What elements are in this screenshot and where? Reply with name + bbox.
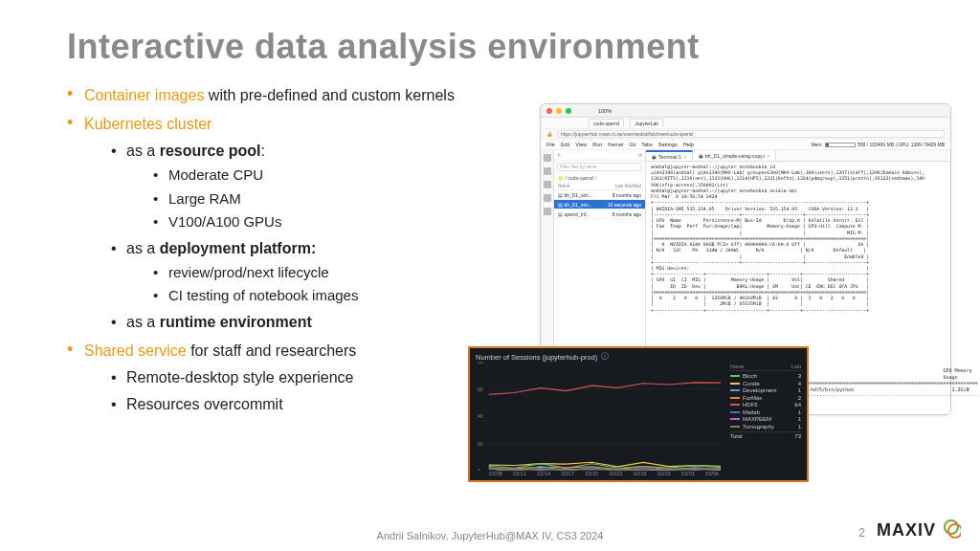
svg-text:60: 60 bbox=[478, 386, 483, 391]
editor-tab: ▣bh_D1_simple-using-cupy.i× bbox=[693, 150, 776, 161]
b2s2b: CI testing of notebook images bbox=[153, 285, 507, 307]
file-filter: Filter files by name bbox=[557, 163, 642, 171]
menu-run: Run bbox=[592, 142, 602, 147]
maximize-icon bbox=[566, 108, 571, 114]
extensions-icon bbox=[544, 208, 551, 215]
zoom-label: 100% bbox=[598, 108, 612, 114]
svg-point-12 bbox=[948, 524, 961, 538]
bullet-list-column: Container images with pre-defined and cu… bbox=[67, 84, 507, 422]
slide-title: Interactive data analysis environment bbox=[67, 27, 923, 67]
legend-row: MAXPEEM1 bbox=[730, 416, 801, 422]
file-row: ▤ bh_D1_sim...10 seconds ago bbox=[554, 200, 645, 209]
close-icon bbox=[546, 108, 552, 114]
info-icon: ⓘ bbox=[601, 352, 609, 362]
b2s1b: Large RAM bbox=[153, 188, 507, 210]
menu-kernel: Kernel bbox=[608, 142, 623, 147]
git-icon bbox=[544, 181, 551, 188]
b2s2a: review/prod/next lifecycle bbox=[153, 262, 507, 284]
window-chrome: 100% bbox=[541, 104, 950, 118]
menu-view: View bbox=[575, 142, 587, 147]
browser-tab-2: JupyterLab bbox=[630, 119, 663, 127]
legend-row: Tomography1 bbox=[730, 424, 801, 430]
editor-tabs: ▣Terminal 1×▣bh_D1_simple-using-cupy.i× bbox=[646, 150, 950, 162]
menu-help: Help bbox=[683, 142, 694, 147]
slide-footer: Andrii Salnikov, JupyterHub@MAX IV, CS3 … bbox=[0, 530, 980, 541]
bullet-3-rest: for staff and researchers bbox=[187, 342, 357, 359]
bullet-1: Container images with pre-defined and cu… bbox=[67, 84, 507, 107]
grafana-panel: Number of Sessions (jupyterhub-prod) ⓘ 8… bbox=[468, 346, 809, 482]
svg-text:80: 80 bbox=[478, 362, 483, 364]
grafana-chart-area: Number of Sessions (jupyterhub-prod) ⓘ 8… bbox=[470, 348, 726, 480]
bullet-2-sub1: as a resource pool: Moderate CPU Large R… bbox=[111, 140, 507, 233]
svg-text:20: 20 bbox=[478, 440, 483, 446]
file-row: ▤ opencl_inf...8 months ago bbox=[554, 209, 645, 219]
legend-total: Total 73 bbox=[730, 431, 801, 439]
bullet-1-rest: with pre-defined and custom kernels bbox=[204, 87, 454, 103]
bullet-2: Kubernetes cluster as a resource pool: M… bbox=[67, 113, 507, 334]
bullet-3-highlight: Shared service bbox=[84, 342, 187, 359]
url-bar: 🔒 https://jupyterhub.maxiv.lu.se/user/an… bbox=[541, 129, 950, 140]
editor-tab: ▣Terminal 1× bbox=[646, 150, 693, 161]
menu-edit: Edit bbox=[561, 142, 569, 147]
legend-row: Conda4 bbox=[730, 381, 801, 386]
breadcrumb: 📁 / cuda-opencl / bbox=[554, 173, 645, 183]
sessions-line-chart: 806040200 bbox=[476, 362, 721, 471]
bullet-2-highlight: Kubernetes cluster bbox=[84, 116, 212, 132]
lock-icon: 🔒 bbox=[546, 131, 553, 137]
legend-row: HDF564 bbox=[730, 402, 801, 408]
slide: Interactive data analysis environment Co… bbox=[0, 0, 980, 551]
jupyter-menubar: FileEditViewRunKernelGitTabsSettingsHelp… bbox=[541, 140, 950, 150]
svg-text:40: 40 bbox=[478, 413, 483, 419]
page-number: 2 bbox=[858, 526, 865, 540]
minimize-icon bbox=[556, 108, 562, 114]
svg-point-11 bbox=[945, 520, 958, 534]
bullet-2-sub3: as a runtime environment bbox=[111, 311, 507, 334]
running-icon bbox=[544, 167, 551, 175]
url-text: https://jupyterhub.maxiv.lu.se/user/ands… bbox=[557, 130, 945, 138]
legend-row: Development1 bbox=[730, 387, 801, 393]
bullet-1-highlight: Container images bbox=[84, 87, 204, 103]
gpu-memory-block: GPU Memory Usage =======================… bbox=[791, 367, 949, 399]
svg-text:MAXIV: MAXIV bbox=[877, 520, 936, 540]
memory-bar bbox=[825, 143, 856, 147]
menu-git: Git bbox=[629, 142, 635, 147]
memory-indicator: Mem: 558 / 102400 MB | GPU: 1269 / 8429 … bbox=[811, 142, 945, 147]
folder-icon bbox=[544, 154, 551, 162]
browser-tab-1: cuda-opencl bbox=[589, 119, 624, 127]
legend-row: Matlab1 bbox=[730, 409, 801, 415]
browser-tabbar: cuda-opencl JupyterLab bbox=[541, 118, 950, 129]
file-row: ▤ bh_D1_sim...8 months ago bbox=[554, 190, 645, 200]
toc-icon bbox=[544, 194, 551, 202]
bullet-2-sub2: as a deployment platform: review/prod/ne… bbox=[111, 237, 507, 307]
b2s1a: Moderate CPU bbox=[153, 165, 507, 187]
legend-row: Bloch3 bbox=[730, 373, 801, 379]
bullet-3: Shared service for staff and researchers… bbox=[67, 340, 507, 416]
grafana-title: Number of Sessions (jupyterhub-prod) ⓘ bbox=[476, 352, 721, 362]
maxiv-logo: MAXIV bbox=[877, 517, 961, 545]
legend-row: ForMax2 bbox=[730, 395, 801, 401]
menu-tabs: Tabs bbox=[641, 142, 653, 147]
b3s1: Remote-desktop style experience bbox=[111, 366, 507, 389]
b3s2: Resources overcommit bbox=[111, 393, 507, 416]
b2s1c: V100/A100 GPUs bbox=[153, 211, 507, 233]
menu-file: File bbox=[546, 142, 555, 147]
grafana-legend: NameLast Bloch3Conda4Development1ForMax2… bbox=[726, 348, 807, 480]
menu-settings: Settings bbox=[658, 142, 678, 147]
x-axis-ticks: 02/0802/1102/1402/1702/2002/2302/2602/29… bbox=[476, 471, 721, 478]
